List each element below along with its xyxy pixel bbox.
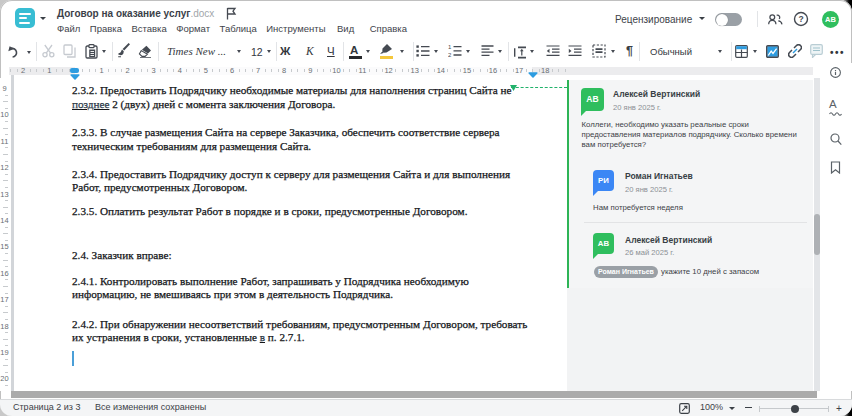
svg-text:1: 1 (448, 44, 452, 50)
svg-text:2: 2 (448, 52, 452, 57)
svg-text:?: ? (798, 14, 803, 24)
